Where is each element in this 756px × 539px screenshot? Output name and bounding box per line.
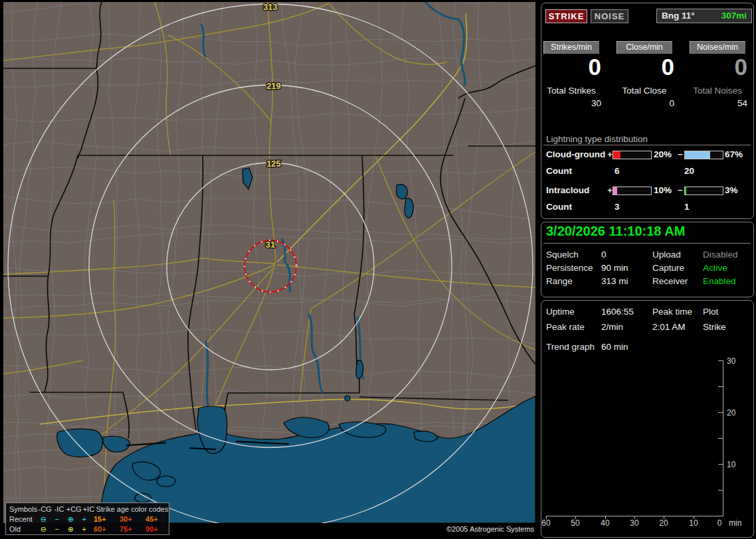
bearing-readout: Bng 11° 307mi <box>656 9 752 23</box>
radar-map[interactable]: 313 219 125 31 <box>3 2 535 523</box>
persistence-value: 90 min <box>601 263 628 273</box>
total-strikes-value: 30 <box>541 98 603 108</box>
x-tick-label-30: 30 <box>624 518 644 528</box>
cg-plus-bar <box>613 151 652 159</box>
cg-minus-bar-fill <box>685 151 710 159</box>
age-75: 75+ <box>117 524 143 534</box>
cg-minus-recent-icon: ⊖ <box>37 514 50 524</box>
capture-status: Active <box>703 263 727 273</box>
ring-label-219: 219 <box>266 81 281 91</box>
trend-graph-period: 60 min <box>601 342 628 352</box>
range-value: 313 mi <box>601 276 628 286</box>
legend-recent-label: Recent <box>9 514 37 524</box>
stormvue-window: { "header": { "strike_button": "STRIKE",… <box>0 0 756 539</box>
bearing-value: Bng 11° <box>662 9 695 23</box>
ic-minus-percent: 3% <box>725 185 738 195</box>
legend-header-row: Symbols -CG -IC +CG +IC Strike age color… <box>9 504 169 514</box>
cg-plus-percent: 20% <box>654 149 672 159</box>
legend-col--cg: -CG <box>38 504 52 514</box>
ic-plus-percent: 10% <box>654 185 672 195</box>
bearing-distance: 307mi <box>721 9 747 23</box>
strikes-per-min-button[interactable]: Strikes/min <box>543 41 599 54</box>
ic-minus-recent-icon: − <box>50 514 64 524</box>
symbol-legend: Symbols -CG -IC +CG +IC Strike age color… <box>5 502 169 535</box>
uptime-label: Uptime <box>546 307 575 317</box>
y-tick-label-20: 20 <box>727 408 744 418</box>
y-axis <box>723 360 723 516</box>
map-canvas[interactable]: 313 219 125 31 <box>3 2 535 523</box>
legend-col--ic: -IC <box>52 504 66 514</box>
legend-old-row: Old ⊖ − ⊕ + 60+ 75+ 90+ <box>9 524 169 534</box>
cg-count-label: Count <box>546 166 572 176</box>
y-tick-label-30: 30 <box>727 356 744 366</box>
ic-minus-bar-fill <box>685 187 686 194</box>
ic-plus-bar <box>613 187 652 195</box>
x-tick-label-10: 10 <box>684 518 704 528</box>
minus-sign: − <box>676 185 684 195</box>
peak-time-label: Peak time <box>652 307 692 317</box>
ic-plus-count: 3 <box>614 202 620 212</box>
age-90: 90+ <box>143 524 169 534</box>
total-close-value: 0 <box>614 98 676 108</box>
ring-label-125: 125 <box>266 159 281 169</box>
total-strikes-label: Total Strikes <box>541 86 601 96</box>
noise-toggle-button[interactable]: NOISE <box>591 9 628 23</box>
total-noises-label: Total Noises <box>688 86 747 96</box>
age-30: 30+ <box>117 514 143 524</box>
squelch-value: 0 <box>601 250 607 260</box>
ic-plus-bar-fill <box>613 187 617 194</box>
cg-plus-recent-icon: ⊕ <box>64 514 78 524</box>
peak-rate-value: 2/min <box>601 322 623 332</box>
trend-graph-label: Trend graph <box>546 342 595 352</box>
receiver-label: Receiver <box>652 276 688 286</box>
y-tick <box>718 490 723 491</box>
minus-sign: − <box>676 149 684 159</box>
ic-plus-recent-icon: + <box>77 514 91 524</box>
capture-label: Capture <box>652 263 684 273</box>
persistence-label: Persistence <box>546 263 593 273</box>
uptime-value: 1606:55 <box>601 307 634 317</box>
lake-pontchartrain <box>57 429 103 457</box>
cg-minus-bar <box>684 151 723 159</box>
y-tick <box>718 386 723 387</box>
ic-plus-old-icon: + <box>77 524 91 534</box>
ring-label-313: 313 <box>263 2 278 12</box>
ic-minus-bar <box>684 187 723 195</box>
receiver-status: Enabled <box>703 276 736 286</box>
range-label: Range <box>546 276 573 286</box>
legend-symbols-header: Symbols <box>9 504 38 514</box>
plot-label: Plot <box>703 307 718 317</box>
cg-minus-count: 20 <box>684 166 694 176</box>
total-close-label: Total Close <box>614 86 674 96</box>
cg-minus-percent: 67% <box>725 149 743 159</box>
x-tick-label-20: 20 <box>654 518 674 528</box>
x-tick-label-60: 60 <box>536 518 556 528</box>
close-per-min-value: 0 <box>614 53 676 81</box>
x-tick-label-40: 40 <box>595 518 615 528</box>
y-tick <box>718 412 723 413</box>
distribution-title: Lightning type distribution <box>546 134 648 144</box>
cg-minus-old-icon: ⊖ <box>37 524 50 534</box>
legend-col-+cg: +CG <box>66 504 82 514</box>
noises-per-min-value: 0 <box>688 53 749 81</box>
legend-age-header: Strike age color codes <box>96 504 169 514</box>
legend-recent-row: Recent ⊖ − ⊕ + 15+ 30+ 45+ <box>9 514 169 524</box>
x-axis-unit: min <box>729 518 741 528</box>
total-noises-value: 54 <box>688 98 749 108</box>
ring-label-31: 31 <box>266 240 275 250</box>
ic-count-label: Count <box>546 202 572 212</box>
upload-label: Upload <box>652 250 681 260</box>
close-per-min-button[interactable]: Close/min <box>616 41 672 54</box>
x-tick-label-0: 0 <box>709 518 729 528</box>
clock-divider <box>543 243 751 244</box>
strike-toggle-button[interactable]: STRIKE <box>545 9 587 23</box>
y-tick-label-10: 10 <box>727 460 744 469</box>
legend-old-label: Old <box>9 524 37 534</box>
noises-per-min-button[interactable]: Noises/min <box>690 41 745 54</box>
legend-col-+ic: +IC <box>82 504 96 514</box>
copyright-bar: ©2005 Astrogenic Systems <box>445 524 535 535</box>
ic-minus-count: 1 <box>684 202 690 212</box>
peak-rate-label: Peak rate <box>546 322 585 332</box>
y-tick <box>718 464 723 465</box>
y-tick <box>718 360 723 361</box>
